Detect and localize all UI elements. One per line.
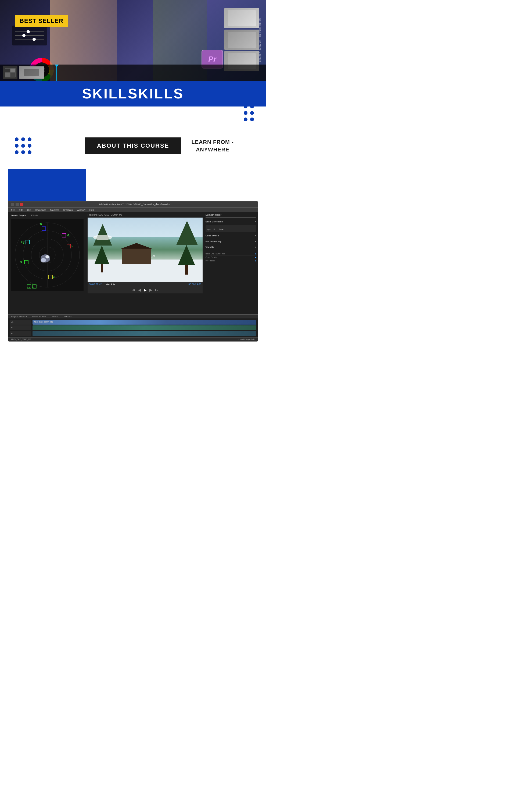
svg-text:R: R xyxy=(72,245,73,248)
screenshot-titlebar: Adobe Premiere Pro CC 2018 - D:\1993_Dom… xyxy=(8,201,258,207)
svg-text:B: B xyxy=(40,223,42,226)
cabin-body xyxy=(122,248,151,264)
menu-help[interactable]: Help xyxy=(90,209,95,212)
expand-icon-vignette[interactable]: ▶ xyxy=(255,246,256,248)
track-label-v1: V1 xyxy=(10,320,31,325)
btn-skip-start[interactable]: ⏮ xyxy=(132,288,135,292)
svg-point-25 xyxy=(45,255,49,258)
basic-correction-label: Basic Correction xyxy=(206,220,223,223)
window-close-btn xyxy=(20,203,23,206)
expand-icon-hsl[interactable]: ▶ xyxy=(255,240,256,242)
value-row-3: Pro Presets ▶ xyxy=(206,259,256,262)
color-ctrl-vignette: Vignette ▶ xyxy=(206,244,256,249)
hero-background: BEST SELLER xyxy=(0,0,266,81)
center-panel-preview: Program: ABC_CAE_DSMP_M8 xyxy=(86,212,204,314)
lumetri-scope-indicator: Lumetri Scope 2-4d xyxy=(239,338,255,340)
btn-skip-end[interactable]: ⏭ xyxy=(155,288,159,292)
learn-from-text: LEARN FROM - ANYWHERE xyxy=(191,138,234,153)
dot-l-9 xyxy=(28,150,32,154)
expand-icon-basic[interactable]: ▼ xyxy=(254,220,256,223)
photo-grid xyxy=(224,8,259,71)
dot-l-4 xyxy=(15,144,19,148)
dot-l-6 xyxy=(28,144,32,148)
dots-decoration-left xyxy=(15,138,32,154)
color-controls-list: Basic Correction ▼ Input LUT None Color … xyxy=(206,219,256,262)
video-header-box xyxy=(8,169,86,201)
hero-section: BEST SELLER xyxy=(0,0,266,81)
timeline-tab-media[interactable]: Media Browser xyxy=(32,315,46,317)
timeline-tab-project[interactable]: Project: SecondI xyxy=(11,315,27,317)
dot-3 xyxy=(244,111,247,115)
val-value-1: ▶ xyxy=(255,253,256,255)
lumetri-scopes-tab[interactable]: Lumetri Scopes xyxy=(10,214,27,217)
preview-header: Program: ABC_CAE_DSMP_M8 xyxy=(88,214,203,216)
slider-1 xyxy=(15,32,44,32)
timecode-left: 00:00:07:42 xyxy=(89,283,102,286)
color-ctrl-wb: Color Wheels ▼ xyxy=(206,233,256,238)
input-lut-label: Input LUT xyxy=(207,228,215,230)
tree-mid-1 xyxy=(94,246,109,265)
best-seller-badge: BEST SELLER xyxy=(15,15,68,27)
btn-prev-frame[interactable]: ◀ xyxy=(138,288,141,292)
btn-play[interactable]: ▶ xyxy=(144,288,147,292)
right-panel-color: Lumetri Color Basic Correction ▼ Input L… xyxy=(204,212,258,314)
val-label-2: Color Presets xyxy=(206,256,217,258)
left-panel-scopes: Lumetri Scopes Effects xyxy=(8,212,86,314)
slider-thumb-3 xyxy=(33,38,36,41)
snow-on-tree xyxy=(93,235,112,240)
timeline-tab-markers[interactable]: Markers xyxy=(64,315,72,317)
track-label-a1: A1 xyxy=(10,325,31,330)
menu-clip[interactable]: Clip xyxy=(27,209,32,212)
window-btn-2 xyxy=(16,203,19,206)
hsl-label: HSL Secondary xyxy=(206,240,222,242)
panel-header-scopes: Lumetri Scopes Effects xyxy=(10,214,84,217)
vertical-watermark: SkillSkills.com For More Courses xyxy=(259,18,262,62)
timeline-tab-effects[interactable]: Effects xyxy=(52,315,58,317)
slider-2 xyxy=(15,35,44,36)
video-section: Adobe Premiere Pro CC 2018 - D:\1993_Dom… xyxy=(0,164,266,342)
spacer-section xyxy=(0,107,266,128)
dot-l-7 xyxy=(15,150,19,154)
tree-left-1 xyxy=(93,224,110,263)
dot-l-8 xyxy=(21,150,25,154)
expand-icon-wb[interactable]: ▼ xyxy=(254,235,256,237)
dot-6 xyxy=(250,117,254,121)
software-screenshot: Adobe Premiere Pro CC 2018 - D:\1993_Dom… xyxy=(8,201,258,342)
timecode-right: 00:00:29:00 xyxy=(188,283,201,286)
vignette-label: Vignette xyxy=(206,246,214,248)
menu-file[interactable]: File xyxy=(11,209,15,212)
timeline-strip xyxy=(0,65,266,81)
menu-edit[interactable]: Edit xyxy=(19,209,23,212)
window-left-controls xyxy=(11,203,23,206)
dot-2 xyxy=(250,105,254,108)
window-btn-1 xyxy=(11,203,14,206)
window-title: Adobe Premiere Pro CC 2018 - D:\1993_Dom… xyxy=(23,203,247,206)
timeline-header: Project: SecondI Media Browser Effects M… xyxy=(8,315,258,319)
video-track-1: ABC_CAE_DSMP_M8 xyxy=(33,320,256,325)
timeline-thumbnail xyxy=(19,66,44,79)
brand-bar: SKILLSKILLS xyxy=(0,81,266,107)
timeline-panel: Project: SecondI Media Browser Effects M… xyxy=(8,314,258,341)
menu-window[interactable]: Window xyxy=(77,209,86,212)
svg-text:Yl: Yl xyxy=(53,276,55,279)
dot-l-5 xyxy=(21,144,25,148)
track-label-a2: A2 xyxy=(10,331,31,336)
menu-markers[interactable]: Markers xyxy=(50,209,59,212)
brand-name: SKILLSKILLS xyxy=(0,86,266,102)
tree-right-1 xyxy=(176,221,197,263)
svg-text:G: G xyxy=(33,286,34,289)
sliders-panel xyxy=(12,25,47,46)
photo-thumb-1 xyxy=(224,8,259,28)
menu-graphics[interactable]: Graphics xyxy=(63,209,73,212)
btn-next-frame[interactable]: ▶ xyxy=(149,288,152,292)
tree-trunk-r1 xyxy=(185,265,188,275)
menu-sequence[interactable]: Sequence xyxy=(36,209,46,212)
dot-l-1 xyxy=(15,138,19,141)
svg-text:Cy: Cy xyxy=(21,241,24,244)
val-label-3: Pro Presets xyxy=(206,260,215,262)
pr-logo-text: Pr xyxy=(208,55,216,63)
value-row-2: Color Presets ▶ xyxy=(206,256,256,259)
effects-controls-tab[interactable]: Effects xyxy=(30,214,39,217)
audio-track-2 xyxy=(33,331,256,336)
svg-point-24 xyxy=(41,258,46,262)
